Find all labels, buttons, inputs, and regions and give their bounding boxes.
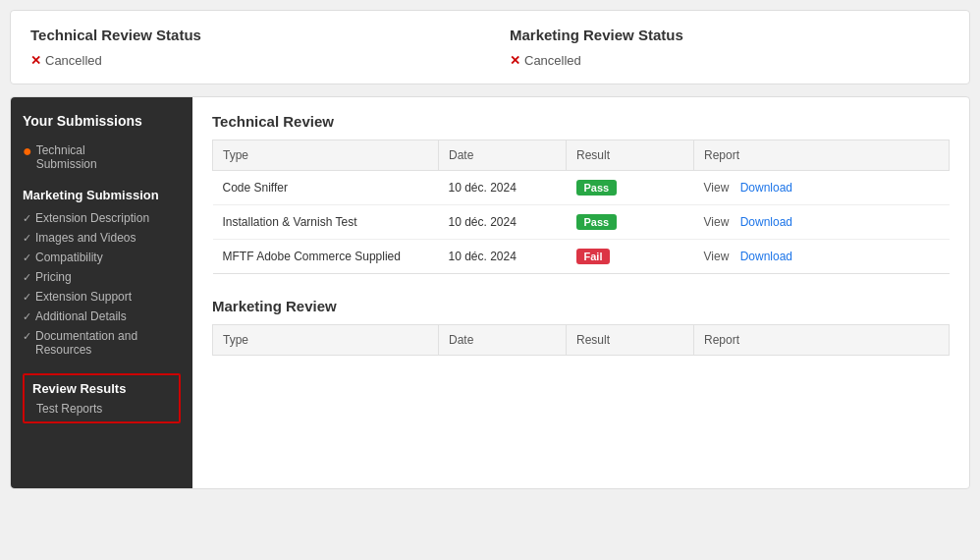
cancelled-x-icon-2: ✕ — [510, 53, 520, 68]
check-icon: ✓ — [23, 252, 31, 264]
cell-date: 10 déc. 2024 — [439, 205, 567, 240]
sidebar-item-label: Extension Description — [35, 211, 149, 225]
download-link[interactable]: Download — [740, 250, 792, 263]
table-row: Installation & Varnish Test 10 déc. 2024… — [213, 205, 950, 240]
sidebar-test-reports-item[interactable]: Test Reports — [32, 402, 171, 416]
col-header-type: Type — [213, 325, 439, 356]
table-row: Code Sniffer 10 déc. 2024 Pass View Down… — [213, 171, 950, 205]
sidebar-item-label: Compatibility — [35, 251, 103, 264]
cell-report: View Download — [694, 205, 950, 240]
sidebar-item-additional-details[interactable]: ✓ Additional Details — [23, 307, 181, 326]
sidebar-marketing-submission-title: Marketing Submission — [23, 188, 181, 202]
check-icon: ✓ — [23, 310, 31, 323]
technical-review-table: Type Date Result Report Code Sniffer 10 … — [212, 140, 950, 274]
marketing-status-section: Marketing Review Status ✕ Cancelled — [510, 27, 950, 68]
sidebar-item-images-videos[interactable]: ✓ Images and Videos — [23, 228, 181, 248]
table-header-row: Type Date Result Report — [213, 325, 950, 356]
technical-status-title: Technical Review Status — [30, 27, 470, 43]
cell-date: 10 déc. 2024 — [439, 240, 567, 274]
cell-report: View Download — [694, 240, 950, 274]
check-icon: ✓ — [23, 212, 31, 225]
col-header-report: Report — [694, 325, 950, 356]
technical-review-title: Technical Review — [212, 113, 950, 130]
cell-result: Pass — [567, 171, 694, 205]
sidebar-item-technical-submission[interactable]: ● TechnicalSubmission — [23, 140, 181, 174]
marketing-status-value: ✕ Cancelled — [510, 53, 950, 68]
check-icon: ✓ — [23, 330, 31, 343]
check-icon: ✓ — [23, 232, 31, 245]
col-header-report: Report — [694, 140, 950, 171]
technical-review-section: Technical Review Type Date Result Report… — [212, 113, 950, 274]
check-icon: ✓ — [23, 271, 31, 284]
sidebar-item-label: Extension Support — [35, 290, 132, 304]
sidebar-item-documentation[interactable]: ✓ Documentation and Resources — [23, 326, 181, 360]
sidebar-item-extension-support[interactable]: ✓ Extension Support — [23, 287, 181, 307]
sidebar-item-label: Additional Details — [35, 309, 127, 323]
sidebar-item-pricing[interactable]: ✓ Pricing — [23, 267, 181, 287]
download-link[interactable]: Download — [740, 215, 792, 229]
technical-status-value: ✕ Cancelled — [30, 53, 470, 68]
sidebar-item-label: Documentation and Resources — [35, 329, 181, 357]
col-header-date: Date — [439, 325, 567, 356]
sidebar: Your Submissions ● TechnicalSubmission M… — [11, 97, 192, 488]
download-link[interactable]: Download — [740, 181, 792, 195]
cell-type: MFTF Adobe Commerce Supplied — [213, 240, 439, 274]
marketing-review-title: Marketing Review — [212, 298, 950, 314]
status-card: Technical Review Status ✕ Cancelled Mark… — [10, 10, 970, 84]
main-card: Your Submissions ● TechnicalSubmission M… — [10, 96, 970, 489]
sidebar-item-label: Images and Videos — [35, 231, 136, 245]
result-badge: Pass — [576, 180, 618, 196]
sidebar-your-submissions-title: Your Submissions — [23, 113, 181, 129]
sidebar-review-results-title: Review Results — [32, 381, 171, 396]
marketing-status-title: Marketing Review Status — [510, 27, 950, 43]
sidebar-item-label: TechnicalSubmission — [36, 143, 97, 171]
cell-type: Code Sniffer — [213, 171, 439, 205]
sidebar-review-results-section: Review Results Test Reports — [23, 373, 181, 423]
table-row: MFTF Adobe Commerce Supplied 10 déc. 202… — [213, 240, 950, 274]
result-badge: Fail — [576, 249, 611, 264]
marketing-review-section: Marketing Review Type Date Result Report — [212, 298, 950, 356]
table-header-row: Type Date Result Report — [213, 140, 950, 171]
col-header-result: Result — [567, 325, 694, 356]
cell-result: Fail — [567, 240, 694, 274]
bullet-icon: ● — [23, 143, 32, 159]
cancelled-x-icon: ✕ — [30, 53, 41, 68]
cell-date: 10 déc. 2024 — [439, 171, 567, 205]
col-header-type: Type — [213, 140, 439, 171]
cell-result: Pass — [567, 205, 694, 240]
cell-type: Installation & Varnish Test — [213, 205, 439, 240]
check-icon: ✓ — [23, 291, 31, 304]
col-header-date: Date — [439, 140, 567, 171]
view-link[interactable]: View — [704, 215, 730, 229]
view-link[interactable]: View — [704, 181, 730, 195]
technical-status-section: Technical Review Status ✕ Cancelled — [30, 27, 470, 68]
marketing-review-table: Type Date Result Report — [212, 324, 950, 356]
result-badge: Pass — [576, 214, 618, 230]
main-content: Technical Review Type Date Result Report… — [192, 97, 969, 488]
sidebar-item-compatibility[interactable]: ✓ Compatibility — [23, 248, 181, 267]
col-header-result: Result — [567, 140, 694, 171]
sidebar-item-label: Pricing — [35, 270, 72, 284]
sidebar-item-extension-description[interactable]: ✓ Extension Description — [23, 208, 181, 228]
cell-report: View Download — [694, 171, 950, 205]
view-link[interactable]: View — [704, 250, 730, 263]
